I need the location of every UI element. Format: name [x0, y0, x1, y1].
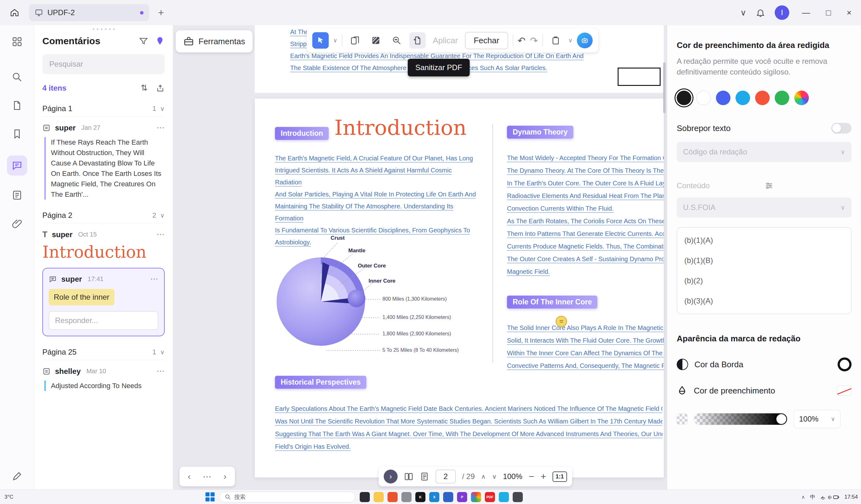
- opacity-slider-handle[interactable]: [776, 414, 787, 424]
- maximize-button[interactable]: □: [823, 8, 834, 18]
- close-redaction-button[interactable]: Fechar: [465, 32, 508, 49]
- comments-panel-button[interactable]: [7, 155, 27, 176]
- taskbar-app-icon[interactable]: [360, 492, 370, 502]
- redaction-code-option[interactable]: (b)(2): [678, 271, 851, 291]
- fill-color-swatch[interactable]: [837, 386, 851, 396]
- clipboard-button[interactable]: [547, 32, 564, 48]
- page-section-header[interactable]: Página 2 2 ∨: [42, 211, 165, 223]
- sort-comments-button[interactable]: ⇅: [141, 83, 148, 93]
- home-button[interactable]: [6, 4, 23, 21]
- reply-input[interactable]: [49, 311, 158, 330]
- taskbar-app-icon[interactable]: [387, 492, 398, 502]
- ime-language-indicator[interactable]: 中: [810, 493, 815, 501]
- zoom-in-button[interactable]: +: [541, 471, 546, 482]
- zoom-level[interactable]: 100%: [503, 472, 522, 481]
- opacity-select[interactable]: 100% ∨: [794, 410, 840, 428]
- comments-search-input[interactable]: [42, 54, 165, 74]
- document-viewport[interactable]: At The Same Time, The Atmosphere Will Al…: [173, 25, 667, 489]
- start-button[interactable]: [205, 492, 215, 502]
- export-comments-button[interactable]: [156, 84, 165, 93]
- taskbar-app-icon[interactable]: [443, 492, 453, 502]
- tools-pill[interactable]: Ferramentas: [176, 30, 252, 53]
- redaction-area-box[interactable]: [618, 68, 660, 86]
- content-source-select[interactable]: U.S.FOIA ∨: [677, 197, 851, 218]
- undo-button[interactable]: ↶: [518, 35, 525, 46]
- filter-comments-button[interactable]: [139, 36, 148, 46]
- notes-panel-button[interactable]: [10, 188, 24, 202]
- taskbar-app-icon[interactable]: [499, 492, 509, 502]
- bookmarks-panel-button[interactable]: [10, 127, 24, 141]
- sticky-annotation-icon[interactable]: =: [556, 316, 567, 327]
- swatch-green[interactable]: [775, 90, 789, 105]
- border-color-swatch[interactable]: [838, 358, 851, 372]
- redaction-code-option[interactable]: (b)(1)(A): [678, 230, 851, 250]
- taskbar-app-icon[interactable]: K: [415, 492, 425, 502]
- ai-assistant-button[interactable]: [577, 32, 593, 48]
- next-page-button[interactable]: ∨: [492, 473, 497, 480]
- redo-button[interactable]: ↷: [530, 35, 538, 46]
- notifications-bell-icon[interactable]: [756, 8, 765, 17]
- single-page-view-button[interactable]: [420, 472, 429, 481]
- page-section-header[interactable]: Página 1 1 ∨: [42, 104, 165, 116]
- comment-menu-button[interactable]: ⋯: [156, 366, 165, 376]
- search-redact-button[interactable]: [388, 32, 405, 48]
- highlighted-text-chip[interactable]: Role of the inner: [49, 289, 114, 305]
- swatch-black[interactable]: [677, 90, 691, 105]
- previous-page-button[interactable]: ∧: [481, 473, 486, 480]
- page-section-header[interactable]: Página 25 1 ∨: [42, 348, 165, 360]
- attachments-panel-button[interactable]: [10, 216, 24, 230]
- tray-overflow-button[interactable]: ∧: [801, 494, 805, 500]
- comment-menu-button[interactable]: ⋯: [156, 123, 165, 132]
- opacity-slider[interactable]: [694, 413, 787, 425]
- comment-card-selected[interactable]: super 17:41 ⋯ Role of the inner: [42, 268, 165, 336]
- minimize-button[interactable]: —: [799, 8, 813, 18]
- two-page-view-button[interactable]: [404, 472, 413, 481]
- comment-card[interactable]: super Jan 27 ⋯ If These Rays Reach The E…: [42, 123, 165, 199]
- signature-pen-button[interactable]: [10, 469, 24, 483]
- collapse-toolbar-button[interactable]: ∨: [740, 8, 746, 18]
- panel-drag-handle[interactable]: [91, 28, 116, 30]
- taskbar-app-icon[interactable]: P: [457, 492, 467, 502]
- user-avatar[interactable]: I: [775, 5, 789, 20]
- document-tab[interactable]: UPDF-2: [29, 4, 149, 21]
- search-panel-button[interactable]: [10, 70, 24, 84]
- page-number-input[interactable]: [436, 470, 456, 484]
- redaction-code-option[interactable]: (b)(1)(B): [678, 250, 851, 271]
- zoom-out-button[interactable]: −: [529, 471, 534, 482]
- select-tool-button[interactable]: [312, 32, 329, 48]
- actual-size-button[interactable]: 1:1: [552, 472, 567, 482]
- redaction-code-select[interactable]: Código da redação ∨: [677, 142, 851, 162]
- taskbar-app-icon[interactable]: [513, 492, 523, 502]
- swatch-rainbow[interactable]: [794, 90, 809, 105]
- swatch-white[interactable]: [696, 90, 711, 105]
- apply-button[interactable]: Aplicar: [430, 36, 460, 45]
- next-button[interactable]: ›: [223, 472, 226, 481]
- pin-panel-button[interactable]: [155, 36, 165, 46]
- prev-button[interactable]: ‹: [188, 472, 191, 481]
- swatch-red[interactable]: [755, 90, 770, 105]
- comment-card[interactable]: T super Oct 15 ⋯ Introduction: [42, 229, 165, 262]
- close-button[interactable]: ×: [844, 8, 855, 18]
- taskbar-app-icon[interactable]: [401, 492, 411, 502]
- more-button[interactable]: ⋯: [203, 472, 211, 482]
- overlay-text-toggle[interactable]: [831, 123, 851, 134]
- comment-card[interactable]: shelley Mar 10 ⋯ Adjusted According To N…: [42, 366, 165, 391]
- redact-pages-button[interactable]: [347, 32, 363, 48]
- system-status-icons[interactable]: [820, 493, 839, 501]
- weather-widget[interactable]: 3°C: [4, 494, 14, 500]
- clock[interactable]: 17:54: [844, 494, 858, 500]
- select-tool-dropdown[interactable]: ∨: [333, 37, 337, 44]
- taskbar-search[interactable]: 搜索: [219, 492, 355, 502]
- swatch-cyan[interactable]: [736, 90, 750, 105]
- taskbar-app-icon[interactable]: PDF: [485, 492, 495, 502]
- new-tab-button[interactable]: +: [155, 8, 167, 18]
- sanitize-pdf-button[interactable]: [409, 32, 426, 48]
- redact-fill-button[interactable]: [368, 32, 384, 48]
- vertical-scrollbar-thumb[interactable]: [663, 62, 666, 113]
- expand-controls-button[interactable]: ›: [384, 470, 398, 484]
- taskbar-app-icon[interactable]: [373, 492, 384, 502]
- content-settings-button[interactable]: [764, 181, 852, 191]
- clipboard-dropdown[interactable]: ∨: [568, 37, 572, 44]
- comment-menu-button[interactable]: ⋯: [150, 274, 158, 284]
- swatch-blue[interactable]: [716, 90, 730, 105]
